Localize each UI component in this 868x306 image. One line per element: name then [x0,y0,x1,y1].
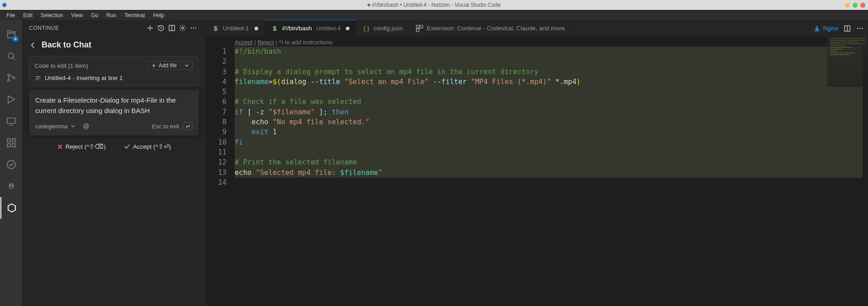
svg-point-23 [859,28,861,29]
activity-bar: 4 [0,20,23,306]
back-to-chat[interactable]: Back to Chat [23,36,205,56]
at-context-icon[interactable]: @ [83,122,90,130]
activity-search[interactable] [0,45,22,67]
svg-point-24 [862,28,863,29]
prompt-text[interactable]: Create a Fileselector-Dialog for mp4-Fil… [35,95,193,116]
model-picker[interactable]: codegemma @ [35,122,90,130]
tab-sublabel: Untitled-4 [316,25,341,32]
codelens-hint: ^I to add instructions [279,39,333,46]
panel-title: CONTINUE [29,25,59,31]
prompt-card: Create a Fileselector-Dialog for mp4-Fil… [29,90,199,136]
svg-point-17 [195,27,197,28]
svg-point-14 [182,27,184,29]
menu-help[interactable]: Help [150,11,168,19]
check-icon [124,143,130,150]
menu-edit[interactable]: Edit [19,11,36,19]
svg-rect-8 [12,144,15,147]
tab-config-json[interactable]: { } config.json [356,20,410,37]
activity-source-control[interactable] [0,67,22,89]
tab-extension-continue[interactable]: Extension: Continue - Codestral, Claude,… [410,20,571,37]
add-file-label: Add file [159,62,177,69]
editor-area: $ Untitled-1 $ #!/bin/bash Untitled-4 { … [206,20,868,306]
codelens-accept[interactable]: Accept [235,39,253,46]
accept-label: Accept (^⇧⏎) [133,143,171,150]
chevron-down-icon [184,63,189,68]
close-window-button[interactable] [860,3,865,8]
json-file-icon: { } [363,25,370,32]
editor-body[interactable]: 1234567 891011121314 #!/bin/bash # Displ… [206,47,868,188]
menu-terminal[interactable]: Terminal [121,11,148,19]
new-session-icon[interactable] [145,23,156,33]
plus-icon [151,63,156,68]
activity-extensions[interactable] [0,132,22,154]
add-file-button[interactable]: Add file [147,61,193,70]
activity-continue[interactable] [0,197,22,219]
tab-untitled-1[interactable]: $ Untitled-1 [206,20,265,37]
menu-selection[interactable]: Selection [37,11,66,19]
activity-run-debug[interactable] [0,89,22,110]
activity-explorer[interactable]: 4 [0,24,22,45]
code-to-edit-card: Code to edit (1 item) Add file Untitled-… [29,56,199,86]
back-label: Back to Chat [42,40,91,50]
tab-label: #!/bin/bash [282,25,312,32]
tab-untitled-4[interactable]: $ #!/bin/bash Untitled-4 [265,20,357,37]
split-editor-icon[interactable] [844,25,851,32]
svg-point-22 [857,28,859,29]
nginx-label: Nginx [823,25,838,32]
activity-robot-icon[interactable] [0,175,22,197]
app-menu-icon[interactable]: ◆ [2,0,7,9]
window-controls [845,3,865,8]
chevron-down-icon [71,124,75,128]
esc-hint: Esc to exit [152,122,193,130]
continue-panel: CONTINUE Back to Chat Code to edit (1 it… [23,20,206,306]
dirty-indicator-icon [346,27,349,30]
maximize-button[interactable] [853,3,858,8]
accept-reject-row: Reject (^⇧⌫) Accept (^⇧⏎) [23,136,205,157]
os-titlebar: ◆ #!/bin/bash • Untitled-4 - Notizen - V… [0,0,868,10]
svg-rect-7 [7,144,10,147]
align-icon [35,75,41,81]
tab-label: Untitled-1 [223,25,249,32]
menubar: File Edit Selection View Go Run Terminal… [0,10,868,20]
svg-point-1 [8,74,9,76]
accept-button[interactable]: Accept (^⇧⏎) [124,143,171,150]
more-actions-icon[interactable] [856,25,863,32]
codelens-reject[interactable]: Reject [257,39,274,46]
shell-file-icon: $ [212,25,219,32]
codelens-row: Accept | Reject | ^I to add instructions [206,37,868,47]
minimize-button[interactable] [845,3,850,8]
target-file-row[interactable]: Untitled-4 - Inserting at line 1 [35,75,193,81]
editor-actions: Nginx [809,20,868,37]
menu-view[interactable]: View [67,11,86,19]
reject-button[interactable]: Reject (^⇧⌫) [57,143,106,150]
svg-point-12 [12,185,13,186]
svg-rect-19 [420,25,423,28]
window-title-text: #!/bin/bash • Untitled-4 - Notizen - Vis… [372,2,501,8]
extension-icon [416,25,423,32]
card-title: Code to edit (1 item) [35,62,88,69]
svg-point-10 [9,184,14,188]
minimap[interactable] [827,37,868,87]
activity-remote[interactable] [0,110,22,132]
submit-button[interactable] [183,122,193,130]
split-icon[interactable] [166,23,177,33]
svg-point-11 [10,185,11,186]
menu-go[interactable]: Go [87,11,102,19]
code-content[interactable]: #!/bin/bash # Display a dialog prompt to… [235,47,868,188]
menu-run[interactable]: Run [103,11,120,19]
tab-label: Extension: Continue - Codestral, Claude,… [427,25,565,32]
history-icon[interactable] [156,23,166,33]
menu-file[interactable]: File [3,11,19,19]
settings-icon[interactable] [177,23,188,33]
nginx-action[interactable]: Nginx [813,25,838,32]
activity-check-icon[interactable] [0,154,22,175]
svg-point-3 [13,77,15,79]
svg-point-0 [8,53,14,58]
editor-tabs: $ Untitled-1 $ #!/bin/bash Untitled-4 { … [206,20,868,37]
more-icon[interactable] [188,23,199,33]
svg-point-16 [193,27,194,28]
svg-point-2 [8,80,9,81]
svg-rect-4 [7,118,15,123]
model-name: codegemma [35,123,68,130]
svg-rect-20 [416,29,419,32]
